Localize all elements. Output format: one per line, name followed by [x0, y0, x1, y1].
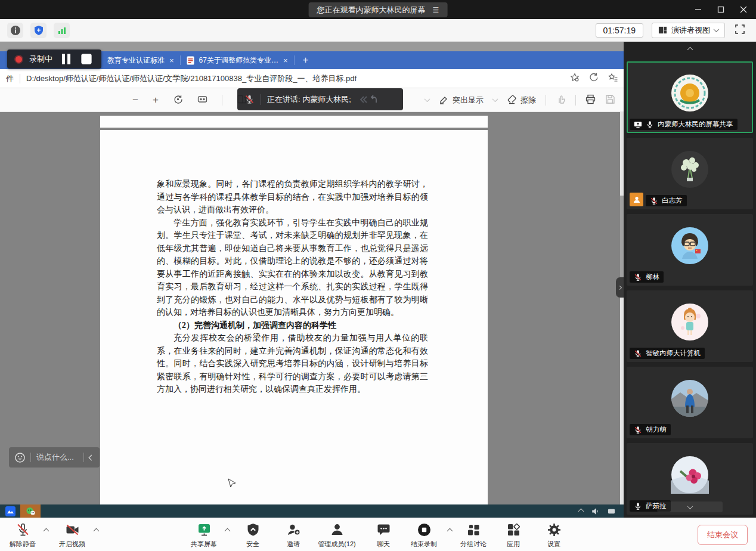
- scroll-down-button[interactable]: [657, 502, 723, 512]
- emoji-icon[interactable]: [15, 453, 25, 463]
- security-button[interactable]: 安全: [236, 522, 269, 549]
- fullscreen-button[interactable]: [735, 24, 745, 37]
- pause-recording-button[interactable]: [60, 52, 73, 66]
- chevron-down-icon: [425, 96, 430, 102]
- stop-recording-button[interactable]: [80, 52, 93, 66]
- erase-tool[interactable]: 擦除: [507, 95, 536, 106]
- mic-on-icon: [634, 502, 642, 510]
- tab-close-icon[interactable]: ×: [283, 56, 288, 65]
- shield-plus-icon: [33, 25, 44, 36]
- participant-label: 内蒙师大林民的屏幕共享: [630, 119, 738, 130]
- zoom-in-button[interactable]: +: [153, 94, 159, 106]
- input-indicator-icon[interactable]: [608, 507, 615, 515]
- taskbar-expand-icon[interactable]: [578, 508, 584, 514]
- members-icon: [330, 522, 345, 537]
- tab-close-icon[interactable]: ×: [169, 56, 174, 65]
- settings-button[interactable]: 设置: [537, 522, 571, 549]
- network-quality-button[interactable]: [54, 23, 70, 38]
- viewing-banner[interactable]: 您正在观看内蒙师大林民的屏幕 ☰: [309, 2, 448, 17]
- mic-muted-icon: [16, 522, 30, 537]
- breakout-icon: [466, 522, 481, 537]
- participant-label: 朝力萌: [630, 424, 671, 435]
- bookmark-add-icon[interactable]: [570, 73, 580, 84]
- minimize-button[interactable]: [689, 2, 707, 17]
- stop-record-icon: [417, 522, 432, 537]
- speaking-indicator-overlay: 正在讲话: 内蒙师大林民;: [237, 88, 403, 110]
- apps-grid-icon: [506, 522, 521, 537]
- shared-screen-region: 评 教育专业认证标准 × 67关于调整师范类专业认证工作 × + 录制中 件 D…: [0, 42, 624, 518]
- browser-address-bar[interactable]: 件 D:/desktop/师范认证/师范认证/师范认证/文学院/21081710…: [0, 69, 624, 88]
- avatar: [671, 303, 709, 341]
- new-tab-button[interactable]: +: [303, 54, 309, 66]
- desktop-taskbar: [0, 504, 624, 518]
- fit-width-button[interactable]: [197, 94, 207, 106]
- outdoor-photo-avatar: [671, 379, 709, 417]
- annotation-undo-icons[interactable]: [358, 95, 379, 104]
- breakout-rooms-button[interactable]: 分组讨论: [453, 522, 494, 549]
- stop-recording-button[interactable]: 结束录制: [402, 522, 445, 549]
- stop-icon: [80, 52, 93, 66]
- highlight-tool[interactable]: 突出显示: [439, 95, 484, 106]
- voov-meeting-taskbar-icon[interactable]: [0, 504, 20, 518]
- print-button[interactable]: [585, 94, 596, 106]
- participant-tile-screen-share[interactable]: 内蒙师大林民的屏幕共享: [627, 61, 753, 133]
- previous-page-edge: [100, 116, 488, 128]
- favorites-bar-icon[interactable]: [608, 73, 618, 84]
- chat-button[interactable]: 聊天: [367, 522, 400, 549]
- start-video-button[interactable]: 开启视频: [52, 522, 92, 549]
- banner-menu-icon[interactable]: ☰: [433, 6, 439, 14]
- close-button[interactable]: [735, 2, 752, 17]
- participant-tile[interactable]: 白志芳: [627, 138, 753, 209]
- scroll-up-button[interactable]: [624, 42, 756, 57]
- maximize-button[interactable]: [712, 2, 730, 17]
- collapse-chat-icon[interactable]: [89, 454, 95, 460]
- invite-button[interactable]: 邀请: [277, 522, 310, 549]
- meeting-info-bar: 01:57:19 演讲者视图: [0, 19, 756, 42]
- participant-tile[interactable]: 智敏内师大计算机: [627, 290, 753, 362]
- end-meeting-button[interactable]: 结束会议: [698, 525, 748, 545]
- pdf-document-area[interactable]: 象和应景现象。同时，各门课程的负责教师定期组织学科内的教学研讨，通过与各学科的课…: [0, 112, 624, 504]
- security-shield-button[interactable]: [30, 23, 47, 38]
- chevron-down-icon: [714, 26, 720, 32]
- video-options-chevron[interactable]: [94, 528, 100, 534]
- collections-icon[interactable]: [589, 73, 599, 84]
- sidebar-collapse-handle[interactable]: [616, 277, 624, 298]
- view-mode-selector[interactable]: 演讲者视图: [652, 23, 725, 38]
- record-options-chevron[interactable]: [447, 528, 453, 534]
- chevron-down-icon: [492, 96, 498, 102]
- pdf-file-icon: [187, 56, 194, 65]
- tab-pdf-document[interactable]: 67关于调整师范类专业认证工作 ×: [181, 51, 294, 69]
- mic-on-icon: [646, 120, 654, 129]
- meeting-info-button[interactable]: [7, 23, 23, 38]
- apps-button[interactable]: 应用: [497, 522, 530, 549]
- share-screen-button[interactable]: 共享屏幕: [185, 522, 223, 549]
- participant-tile[interactable]: 萨茹拉: [627, 443, 753, 515]
- doc-heading: （2）完善沟通机制，加强调查内容的科学性: [157, 319, 428, 332]
- unmute-button[interactable]: 解除静音: [4, 522, 42, 549]
- rotate-button[interactable]: [173, 94, 183, 106]
- save-button: [605, 94, 615, 106]
- pdf-page: 象和应景现象。同时，各门课程的负责教师定期组织学科内的教学研讨，通过与各学科的课…: [100, 130, 488, 504]
- doc-paragraph: 充分发挥校友会的桥梁作用，借助校友的力量加强与用人单位的联系，在业务往来的同时，…: [157, 332, 428, 396]
- university-logo-avatar: [671, 74, 709, 112]
- manage-members-button[interactable]: 管理成员(12): [310, 522, 364, 549]
- quick-chat-widget[interactable]: 说点什么...: [9, 447, 100, 468]
- participant-label: 白志芳: [646, 195, 687, 206]
- chat-input-placeholder[interactable]: 说点什么...: [36, 452, 78, 463]
- participant-tile[interactable]: 朝力萌: [627, 367, 753, 438]
- address-text[interactable]: D:/desktop/师范认证/师范认证/师范认证/文学院/2108171008…: [26, 73, 560, 84]
- mouse-cursor: [227, 478, 237, 490]
- meeting-toolbar: 解除静音 开启视频 共享屏幕 安全 邀请 管理成员(12) 聊天 结束录制 分组…: [0, 518, 756, 551]
- recording-status: 录制中: [29, 54, 52, 64]
- zoom-out-button[interactable]: −: [132, 94, 138, 106]
- wechat-taskbar-icon[interactable]: [20, 504, 41, 518]
- cartoon-girl-avatar: [671, 303, 709, 341]
- tab-education-standard[interactable]: 教育专业认证标准 ×: [101, 51, 180, 69]
- share-options-chevron[interactable]: [225, 528, 231, 534]
- share-screen-icon: [197, 522, 212, 537]
- mic-muted-icon: [650, 197, 658, 205]
- volume-icon[interactable]: [591, 507, 599, 515]
- mic-options-chevron[interactable]: [44, 528, 49, 534]
- participant-tile[interactable]: 柳林: [627, 214, 753, 286]
- cartoon-man-avatar: [671, 227, 709, 265]
